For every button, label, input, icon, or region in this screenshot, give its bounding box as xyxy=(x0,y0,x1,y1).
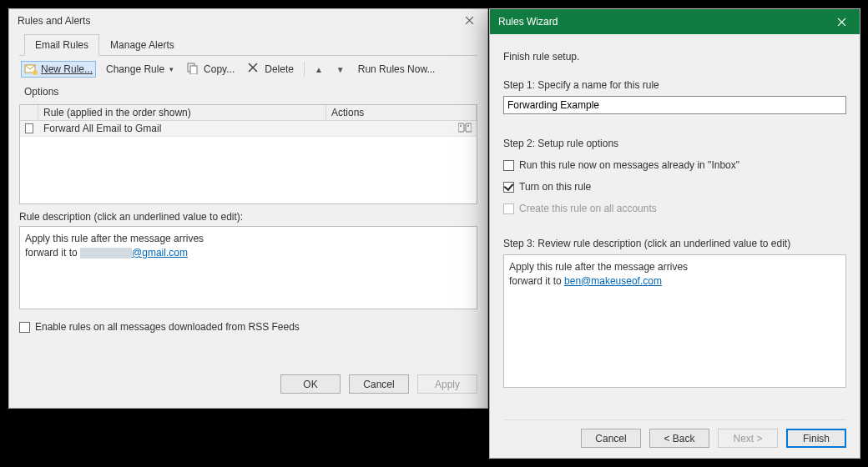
svg-point-1 xyxy=(33,70,38,75)
table-row[interactable]: Forward All Email to Gmail xyxy=(20,121,477,137)
description-line: forward it to ben@makeuseof.com xyxy=(509,274,840,289)
new-rule-icon xyxy=(24,63,38,76)
finish-message: Finish rule setup. xyxy=(503,51,846,63)
rule-actions-icon xyxy=(458,122,472,136)
separator xyxy=(304,62,305,77)
svg-rect-4 xyxy=(458,123,464,132)
list-header: Rule (applied in the order shown) Action… xyxy=(20,105,477,121)
delete-label: Delete xyxy=(265,63,294,75)
new-rule-label: New Rule... xyxy=(41,63,93,75)
arrow-up-icon: ▲ xyxy=(315,65,323,74)
rss-feeds-checkbox[interactable] xyxy=(19,322,30,333)
tab-manage-alerts[interactable]: Manage Alerts xyxy=(99,34,185,56)
window-title: Rules Wizard xyxy=(498,16,825,28)
tabstrip: Email Rules Manage Alerts xyxy=(19,33,477,56)
forward-prefix: forward it to xyxy=(25,247,80,259)
toolbar: New Rule... Change Rule ▾ Copy... Delete xyxy=(19,56,477,104)
rule-description-box: Apply this rule after the message arrive… xyxy=(19,226,477,309)
all-accounts-checkbox-row: Create this rule on all accounts xyxy=(503,198,846,219)
column-header-actions[interactable]: Actions xyxy=(326,105,477,120)
column-header-rule[interactable]: Rule (applied in the order shown) xyxy=(38,105,326,120)
change-rule-dropdown[interactable]: Change Rule ▾ xyxy=(103,62,177,77)
step1-title: Step 1: Specify a name for this rule xyxy=(503,79,846,91)
run-rules-now-button[interactable]: Run Rules Now... xyxy=(355,62,439,77)
turn-on-checkbox-row: Turn on this rule xyxy=(503,176,846,198)
change-rule-label: Change Rule xyxy=(106,63,164,75)
rule-name-input[interactable] xyxy=(503,96,846,114)
options-label: Options xyxy=(24,86,58,98)
wizard-button-row: Cancel < Back Next > Finish xyxy=(503,419,846,448)
step3-title: Step 3: Review rule description (click a… xyxy=(503,238,846,249)
ok-button[interactable]: OK xyxy=(280,374,341,394)
rules-wizard-dialog: Rules Wizard Finish rule setup. Step 1: … xyxy=(489,8,860,459)
turn-on-checkbox[interactable] xyxy=(503,182,514,193)
move-down-button[interactable]: ▼ xyxy=(333,63,348,76)
back-button[interactable]: < Back xyxy=(649,429,709,448)
arrow-down-icon: ▼ xyxy=(336,65,345,74)
finish-button[interactable]: Finish xyxy=(786,429,846,448)
step2-title: Step 2: Setup rule options xyxy=(503,138,846,149)
redacted-email xyxy=(80,248,132,259)
close-button[interactable] xyxy=(825,9,858,34)
description-line: Apply this rule after the message arrive… xyxy=(509,260,840,274)
delete-icon xyxy=(248,63,261,76)
rule-enable-checkbox[interactable] xyxy=(25,123,33,133)
svg-rect-3 xyxy=(190,66,197,74)
window-title: Rules and Alerts xyxy=(18,15,452,27)
rules-list[interactable]: Rule (applied in the order shown) Action… xyxy=(19,104,477,204)
chevron-down-icon: ▾ xyxy=(169,65,174,73)
apply-button[interactable]: Apply xyxy=(417,374,477,394)
run-now-checkbox[interactable] xyxy=(503,160,514,171)
description-line: Apply this rule after the message arrive… xyxy=(25,232,472,246)
rule-description-label: Rule description (click an underlined va… xyxy=(19,211,477,223)
turn-on-label: Turn on this rule xyxy=(519,181,591,193)
svg-point-7 xyxy=(467,125,469,127)
forward-address-link[interactable]: @gmail.com xyxy=(132,247,188,259)
forward-prefix: forward it to xyxy=(509,275,564,287)
rule-description-box: Apply this rule after the message arrive… xyxy=(503,254,846,388)
copy-icon xyxy=(187,63,200,76)
all-accounts-label: Create this rule on all accounts xyxy=(519,203,657,214)
rss-checkbox-row: Enable rules on all messages downloaded … xyxy=(19,316,477,338)
all-accounts-checkbox xyxy=(503,203,514,214)
move-up-button[interactable]: ▲ xyxy=(311,63,326,76)
copy-label: Copy... xyxy=(204,63,235,75)
options-button[interactable]: Options xyxy=(21,84,62,99)
svg-rect-5 xyxy=(466,123,472,132)
rules-and-alerts-dialog: Rules and Alerts Email Rules Manage Aler… xyxy=(8,8,488,409)
close-button[interactable] xyxy=(452,9,486,32)
cancel-button[interactable]: Cancel xyxy=(581,429,641,448)
tab-email-rules[interactable]: Email Rules xyxy=(24,34,99,56)
delete-button[interactable]: Delete xyxy=(245,61,297,78)
rss-feeds-label: Enable rules on all messages downloaded … xyxy=(35,321,300,333)
titlebar: Rules Wizard xyxy=(490,9,860,34)
rule-name: Forward All Email to Gmail xyxy=(38,122,326,135)
titlebar: Rules and Alerts xyxy=(9,9,487,32)
forward-address-link[interactable]: ben@makeuseof.com xyxy=(564,275,662,287)
cancel-button[interactable]: Cancel xyxy=(349,374,409,394)
copy-button[interactable]: Copy... xyxy=(184,61,238,78)
run-rules-label: Run Rules Now... xyxy=(358,63,436,75)
new-rule-button[interactable]: New Rule... xyxy=(21,61,96,78)
description-line: forward it to @gmail.com xyxy=(25,246,472,260)
run-now-checkbox-row: Run this rule now on messages already in… xyxy=(503,154,846,176)
column-header-checkbox[interactable] xyxy=(20,105,38,120)
next-button: Next > xyxy=(718,429,778,448)
run-now-label: Run this rule now on messages already in… xyxy=(519,159,739,171)
svg-point-6 xyxy=(460,125,462,127)
